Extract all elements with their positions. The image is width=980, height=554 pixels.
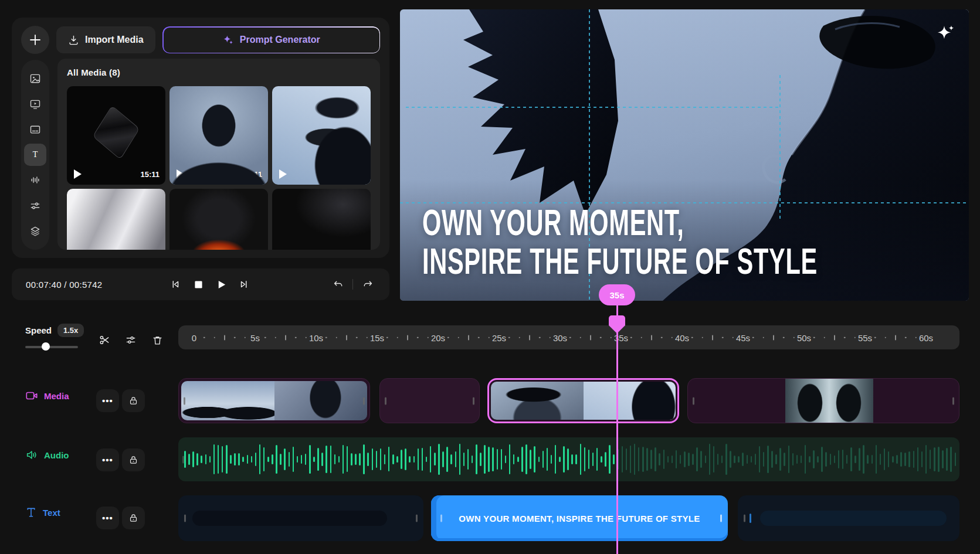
audio-track-menu-button[interactable]: •••: [96, 448, 119, 471]
image-icon: [29, 73, 41, 84]
waveform-bar: [413, 456, 415, 463]
audio-track-lock-button[interactable]: [122, 448, 145, 471]
play-button[interactable]: [215, 278, 228, 291]
trim-handle-left[interactable]: [744, 515, 745, 522]
undo-button[interactable]: [331, 278, 344, 291]
adjust-button[interactable]: [122, 331, 140, 349]
text-track-label: Text: [25, 507, 60, 518]
frame-person-back: [274, 381, 368, 420]
media-track-menu-button[interactable]: •••: [96, 389, 119, 412]
svg-text:T: T: [33, 149, 38, 159]
waveform-bar: [759, 446, 761, 472]
media-thumbnail-cube[interactable]: 15:11: [67, 86, 165, 185]
tab-images[interactable]: [24, 67, 46, 90]
skip-start-button[interactable]: [169, 278, 182, 291]
tab-captions[interactable]: [24, 118, 46, 141]
playhead-time-badge[interactable]: 35s: [599, 284, 635, 305]
waveform-bar: [767, 446, 769, 474]
trim-handle-right[interactable]: [952, 397, 954, 405]
waveform-bar: [884, 448, 886, 470]
ruler-tick: [823, 337, 825, 338]
waveform-bar: [534, 446, 535, 473]
trim-handle-left[interactable]: [184, 397, 185, 405]
tab-adjust[interactable]: [24, 195, 46, 217]
trim-handle-left[interactable]: [693, 397, 694, 405]
waveform-bar: [426, 457, 428, 462]
skip-end-button[interactable]: [238, 278, 250, 291]
waveform-bar: [542, 451, 544, 467]
slider-knob[interactable]: [42, 342, 50, 351]
trim-handle-left[interactable]: [440, 515, 442, 522]
import-media-button[interactable]: Import Media: [56, 26, 155, 53]
split-button[interactable]: [96, 331, 113, 349]
waveform-bar: [188, 454, 190, 465]
waveform-bar: [251, 456, 253, 463]
add-button[interactable]: [21, 26, 49, 54]
redo-button[interactable]: [361, 278, 374, 291]
media-thumbnail-portrait[interactable]: 15:11: [169, 86, 268, 185]
delete-button[interactable]: [148, 331, 166, 349]
text-track-lock-button[interactable]: [122, 507, 145, 529]
waveform-bar: [904, 453, 906, 467]
media-thumbnail-dark[interactable]: [272, 189, 371, 250]
ruler-tick: [630, 337, 632, 338]
waveform-bar: [476, 444, 477, 475]
waveform-bar: [184, 451, 186, 468]
video-preview[interactable]: OWN YOUR MOMENT, INSPIRE THE FUTURE OF S…: [400, 9, 969, 301]
ruler-tick: [671, 337, 673, 338]
text-clip-content: OWN YOUR MOMENT, INSPIRE THE FUTURE OF S…: [459, 514, 700, 524]
media-clip-1[interactable]: [178, 378, 370, 423]
ruler-tick: [213, 337, 215, 338]
trim-handle-right[interactable]: [720, 515, 722, 522]
ai-sparkle-icon[interactable]: [936, 25, 956, 42]
plus-icon: [29, 33, 42, 46]
trim-handle-right[interactable]: [473, 397, 474, 405]
waveform-bar: [209, 456, 211, 463]
text-placeholder-bar: [192, 511, 387, 526]
waveform-bar: [925, 445, 927, 474]
ruler-tick: [407, 335, 408, 340]
waveform-bar: [513, 454, 515, 464]
waveform-bar: [434, 453, 436, 465]
waveform-bar: [779, 448, 781, 471]
waveform-bar: [788, 446, 790, 474]
media-thumbnail-helmet[interactable]: [169, 189, 268, 250]
waveform-bar: [876, 445, 877, 474]
waveform-bar: [488, 447, 490, 471]
audio-clip[interactable]: [178, 437, 959, 481]
playhead-line[interactable]: [616, 304, 618, 554]
clip-duration: 15:11: [140, 170, 160, 179]
waveform-bar: [892, 456, 894, 463]
trim-handle-right[interactable]: [416, 515, 418, 522]
media-clip-2[interactable]: [379, 378, 480, 423]
waveform-bar: [801, 456, 802, 464]
keyframe-marker[interactable]: [750, 514, 751, 523]
text-track-menu-button[interactable]: •••: [96, 507, 119, 529]
playhead-marker[interactable]: [609, 315, 625, 333]
media-track-lock-button[interactable]: [122, 389, 145, 412]
trim-handle-left[interactable]: [385, 397, 386, 405]
trim-handle-right[interactable]: [363, 397, 365, 405]
media-thumbnail-vr[interactable]: 15:11: [272, 86, 371, 185]
media-clip-4[interactable]: [687, 378, 959, 423]
tab-layers[interactable]: [24, 220, 46, 242]
text-clip-3[interactable]: [738, 495, 959, 541]
tab-text[interactable]: T: [24, 144, 46, 166]
play-icon: [216, 280, 226, 290]
layers-icon: [29, 225, 41, 237]
text-clip-1[interactable]: [178, 495, 423, 541]
ruler-tick: [457, 337, 459, 338]
text-placeholder-bar: [760, 511, 947, 526]
text-clip-2-active[interactable]: OWN YOUR MOMENT, INSPIRE THE FUTURE OF S…: [431, 495, 728, 541]
timeline-ruler[interactable]: 05s10s15s20s25s30s35s40s45s50s55s60s: [178, 325, 959, 349]
waveform-bar: [650, 450, 652, 468]
media-clip-3-selected[interactable]: [487, 378, 679, 423]
trim-handle-left[interactable]: [184, 515, 186, 522]
prompt-generator-button[interactable]: Prompt Generator: [162, 26, 380, 53]
media-thumbnail-chrome[interactable]: [67, 189, 165, 250]
speed-slider[interactable]: [25, 343, 78, 350]
waveform-bar: [888, 451, 890, 467]
tab-audio[interactable]: [24, 169, 46, 191]
tab-videos[interactable]: [24, 93, 46, 115]
stop-button[interactable]: [192, 278, 205, 291]
